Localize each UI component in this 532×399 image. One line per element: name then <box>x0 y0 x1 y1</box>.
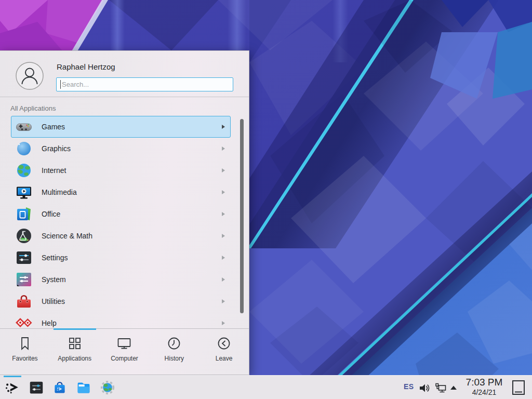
digital-clock[interactable]: 7:03 PM 4/24/21 <box>462 377 507 396</box>
application-launcher-menu: Raphael Hertzog All Applications Games <box>0 50 249 375</box>
submenu-arrow-icon <box>222 299 225 303</box>
menu-item-games[interactable]: Games <box>11 116 231 138</box>
menu-item-graphics[interactable]: Graphics <box>11 138 231 159</box>
globe-gear-icon[interactable] <box>100 380 115 395</box>
application-category-list: Games Graphics Internet <box>0 116 249 328</box>
expand-arrow-icon[interactable] <box>449 385 458 390</box>
submenu-arrow-icon <box>222 168 225 172</box>
toolbox-icon <box>16 293 32 310</box>
sphere-icon <box>16 140 32 157</box>
submenu-arrow-icon <box>222 190 225 194</box>
system-sliders-icon <box>16 271 32 288</box>
menu-item-system[interactable]: System <box>11 269 231 290</box>
leave-icon <box>216 336 232 351</box>
active-task-indicator <box>4 376 21 377</box>
tab-favorites[interactable]: Favorites <box>0 329 50 375</box>
clock-time: 7:03 PM <box>462 377 507 388</box>
text-caret <box>60 80 61 89</box>
lifebuoy-icon <box>16 315 32 328</box>
tab-history[interactable]: History <box>149 329 199 375</box>
folder-icon[interactable] <box>76 380 91 395</box>
menu-item-label: Multimedia <box>42 188 222 196</box>
submenu-arrow-icon <box>222 321 225 325</box>
grid-icon <box>67 336 83 351</box>
taskbar: ES 7:03 PM 4/24/21 <box>0 375 532 399</box>
tab-label: Computer <box>111 355 138 362</box>
submenu-arrow-icon <box>222 277 225 282</box>
bookmark-icon <box>17 336 33 351</box>
menu-item-office[interactable]: Office <box>11 203 231 225</box>
section-label: All Applications <box>10 104 56 112</box>
tab-applications[interactable]: Applications <box>50 329 100 375</box>
scrollbar[interactable] <box>240 119 244 313</box>
menu-item-internet[interactable]: Internet <box>11 159 231 181</box>
menu-item-label: Utilities <box>42 297 222 305</box>
submenu-arrow-icon <box>222 212 225 216</box>
tab-label: History <box>165 355 184 362</box>
tab-leave[interactable]: Leave <box>199 329 249 375</box>
user-avatar-icon <box>16 62 44 90</box>
menu-item-label: System <box>42 275 222 284</box>
submenu-arrow-icon <box>222 125 225 129</box>
menu-item-label: Settings <box>42 254 222 262</box>
launcher-header: Raphael Hertzog <box>0 51 249 97</box>
computer-icon <box>116 336 132 351</box>
menu-item-label: Internet <box>42 166 222 175</box>
menu-item-label: Graphics <box>42 144 222 153</box>
network-icon[interactable] <box>434 382 447 394</box>
volume-icon[interactable] <box>419 382 431 394</box>
menu-item-settings[interactable]: Settings <box>11 247 231 269</box>
settings-sliders-icon[interactable] <box>29 380 44 395</box>
submenu-arrow-icon <box>222 256 225 260</box>
show-desktop-button[interactable] <box>512 380 525 395</box>
tab-computer[interactable]: Computer <box>100 329 150 375</box>
tab-label: Favorites <box>12 355 37 362</box>
menu-item-help[interactable]: Help <box>11 312 231 328</box>
submenu-arrow-icon <box>222 147 225 151</box>
flask-icon <box>16 228 32 244</box>
menu-item-label: Help <box>42 319 222 327</box>
menu-item-multimedia[interactable]: Multimedia <box>11 181 231 203</box>
tab-label: Applications <box>58 355 91 362</box>
menu-item-label: Games <box>42 123 222 131</box>
menu-item-label: Office <box>42 210 222 218</box>
globe-icon <box>16 162 32 179</box>
clock-date: 4/24/21 <box>462 388 507 396</box>
shopping-bag-icon[interactable] <box>52 380 67 395</box>
document-icon <box>16 206 32 222</box>
sliders-icon <box>16 249 32 266</box>
search-input[interactable] <box>56 77 233 91</box>
menu-item-utilities[interactable]: Utilities <box>11 290 231 312</box>
gamepad-icon <box>16 118 32 135</box>
submenu-arrow-icon <box>222 234 225 238</box>
keyboard-layout-indicator[interactable]: ES <box>404 382 414 391</box>
clock-icon <box>166 336 182 351</box>
kali-menu-icon[interactable] <box>5 380 20 395</box>
user-name: Raphael Hertzog <box>57 62 115 71</box>
launcher-tab-bar: Favorites Applications Computer History <box>0 328 249 375</box>
tab-label: Leave <box>216 355 233 362</box>
menu-item-science-math[interactable]: Science & Math <box>11 225 231 247</box>
menu-item-label: Science & Math <box>42 232 222 240</box>
monitor-play-icon <box>16 184 32 201</box>
